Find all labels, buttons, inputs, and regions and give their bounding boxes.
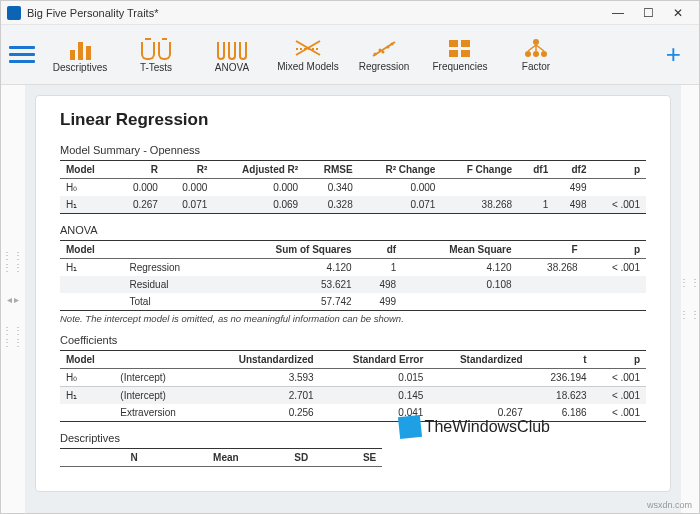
coefficients-table: Model Unstandardized Standard Error Stan… xyxy=(60,350,646,422)
table-row: Residual 53.621498 0.108 xyxy=(60,276,646,293)
model-summary-table: Model R R² Adjusted R² RMSE R² Change F … xyxy=(60,160,646,214)
anova-note: Note. The intercept model is omitted, as… xyxy=(60,313,646,324)
gutter-arrow-icon[interactable]: ◂ ▸ xyxy=(7,294,20,305)
factor-icon xyxy=(522,37,550,59)
toolbar-label: Descriptives xyxy=(53,62,107,73)
drag-handle-icon[interactable]: ⋮⋮ xyxy=(679,309,699,321)
toolbar-label: ANOVA xyxy=(215,62,249,73)
table-row: Extraversion 0.2560.041 0.2676.186< .001 xyxy=(60,404,646,422)
source-url: wsxdn.com xyxy=(647,500,692,510)
svg-line-17 xyxy=(528,45,536,51)
anova-icon xyxy=(217,36,247,60)
hamburger-menu-button[interactable] xyxy=(9,42,35,68)
svg-point-13 xyxy=(533,39,539,45)
toolbar-label: Mixed Models xyxy=(277,61,339,72)
window-titlebar: Big Five Personality Traits* — ☐ ✕ xyxy=(1,1,699,25)
svg-point-16 xyxy=(541,51,547,57)
model-summary-title: Model Summary - Openness xyxy=(60,144,646,156)
svg-point-14 xyxy=(525,51,531,57)
toolbar-ttests-button[interactable]: T-Tests xyxy=(119,28,193,82)
drag-handle-icon[interactable]: ⋮⋮⋮⋮ xyxy=(2,250,24,274)
descriptives-table: N Mean SD SE xyxy=(60,448,382,467)
svg-point-15 xyxy=(533,51,539,57)
add-module-button[interactable]: + xyxy=(656,39,691,70)
toolbar-frequencies-button[interactable]: Frequencies xyxy=(423,28,497,82)
frequencies-icon xyxy=(446,37,474,59)
toolbar-descriptives-button[interactable]: Descriptives xyxy=(43,28,117,82)
page-body: ⋮⋮⋮⋮ ◂ ▸ ⋮⋮⋮⋮ Linear Regression Model Su… xyxy=(1,85,699,513)
main-toolbar: Descriptives T-Tests ANOVA Mixed Models … xyxy=(1,25,699,85)
results-sheet: Linear Regression Model Summary - Openne… xyxy=(35,95,671,492)
table-row: Total 57.742499 xyxy=(60,293,646,311)
toolbar-label: Factor xyxy=(522,61,550,72)
svg-rect-10 xyxy=(461,40,470,47)
coefficients-title: Coefficients xyxy=(60,334,646,346)
table-row: H₀ 0.0000.000 0.0000.340 0.000 499 xyxy=(60,179,646,197)
window-title: Big Five Personality Traits* xyxy=(27,7,603,19)
regression-icon xyxy=(370,37,398,59)
minimize-button[interactable]: — xyxy=(603,3,633,23)
toolbar-anova-button[interactable]: ANOVA xyxy=(195,28,269,82)
toolbar-label: Regression xyxy=(359,61,410,72)
left-gutter: ⋮⋮⋮⋮ ◂ ▸ ⋮⋮⋮⋮ xyxy=(1,85,25,513)
toolbar-mixedmodels-button[interactable]: Mixed Models xyxy=(271,28,345,82)
table-row: H₀(Intercept) 3.5930.015 236.194< .001 xyxy=(60,369,646,387)
anova-table: Model Sum of Squares df Mean Square F p … xyxy=(60,240,646,311)
toolbar-regression-button[interactable]: Regression xyxy=(347,28,421,82)
maximize-button[interactable]: ☐ xyxy=(633,3,663,23)
table-row: H₁ 0.2670.071 0.0690.328 0.07138.268 149… xyxy=(60,196,646,214)
svg-rect-9 xyxy=(449,40,458,47)
page-title: Linear Regression xyxy=(60,110,646,130)
svg-rect-12 xyxy=(461,50,470,57)
table-row: H₁(Intercept) 2.7010.145 18.623< .001 xyxy=(60,387,646,405)
drag-handle-icon[interactable]: ⋮⋮ xyxy=(679,277,699,289)
table-row: H₁Regression 4.1201 4.12038.268< .001 xyxy=(60,259,646,277)
anova-title: ANOVA xyxy=(60,224,646,236)
svg-line-8 xyxy=(373,42,395,56)
app-icon xyxy=(7,6,21,20)
toolbar-factor-button[interactable]: Factor xyxy=(499,28,573,82)
ttests-icon xyxy=(141,36,171,60)
drag-handle-icon[interactable]: ⋮⋮⋮⋮ xyxy=(2,325,24,349)
right-gutter: ⋮⋮ ⋮⋮ xyxy=(681,85,699,513)
svg-line-19 xyxy=(536,45,544,51)
descriptives-title: Descriptives xyxy=(60,432,646,444)
svg-rect-11 xyxy=(449,50,458,57)
toolbar-label: T-Tests xyxy=(140,62,172,73)
bar-chart-icon xyxy=(65,36,95,60)
toolbar-label: Frequencies xyxy=(432,61,487,72)
mixed-models-icon xyxy=(294,37,322,59)
results-pane[interactable]: Linear Regression Model Summary - Openne… xyxy=(25,85,681,513)
close-button[interactable]: ✕ xyxy=(663,3,693,23)
